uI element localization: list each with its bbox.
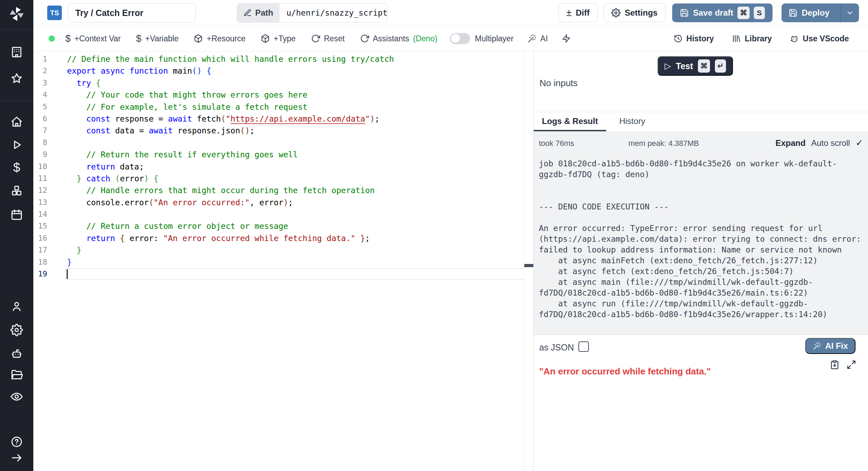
editor-overview-ruler[interactable] <box>524 51 533 471</box>
code-line[interactable]: 19 <box>33 268 524 280</box>
history-clock-icon <box>674 34 683 43</box>
line-number: 10 <box>33 161 55 173</box>
code-line[interactable]: 3 try { <box>33 77 524 89</box>
line-number: 9 <box>33 149 55 160</box>
line-number: 8 <box>33 137 55 149</box>
code-line[interactable]: 1// Define the main function which will … <box>33 53 524 65</box>
add-resource-label: +Resource <box>207 34 245 43</box>
main-area: TS Try / Catch Error Path u/henri/snazzy… <box>33 0 868 471</box>
dollar-icon: $ <box>65 34 71 43</box>
library-books-icon <box>732 34 741 43</box>
copy-clipboard-icon[interactable] <box>830 360 840 370</box>
dollar-icon: $ <box>136 34 142 43</box>
runs-play-icon[interactable] <box>10 139 23 151</box>
library-button[interactable]: Library <box>732 34 772 43</box>
code-line[interactable]: 15 // Return a custom error object or me… <box>33 220 524 232</box>
path-label[interactable]: Path <box>237 3 279 22</box>
multiplayer-label[interactable]: Multiplayer <box>475 34 514 43</box>
resources-cubes-icon[interactable] <box>10 184 23 197</box>
add-type-button[interactable]: +Type <box>261 34 295 43</box>
home-icon[interactable] <box>10 116 23 128</box>
as-json-label: as JSON <box>539 342 574 353</box>
duration-stat: took 76ms <box>539 139 574 148</box>
code-line[interactable]: 14 <box>33 208 524 220</box>
script-title-input[interactable]: Try / Catch Error <box>68 3 196 23</box>
line-number: 18 <box>33 256 55 268</box>
help-icon[interactable] <box>10 436 23 448</box>
variables-dollar-icon[interactable]: $ <box>10 162 23 174</box>
as-json-checkbox[interactable] <box>578 341 589 352</box>
ai-fix-button[interactable]: AI Fix <box>805 338 856 354</box>
history-button[interactable]: History <box>674 34 714 43</box>
code-line[interactable]: 11 } catch (error) { <box>33 173 524 184</box>
line-number: 19 <box>33 268 55 280</box>
script-title-text: Try / Catch Error <box>75 8 143 18</box>
fullscreen-expand-icon[interactable] <box>846 360 856 370</box>
folders-icon[interactable] <box>10 369 23 381</box>
reset-button[interactable]: Reset <box>311 34 345 43</box>
expand-logs-button[interactable]: Expand <box>775 138 806 148</box>
add-resource-button[interactable]: +Resource <box>194 34 245 43</box>
expand-sidebar-arrow-icon[interactable] <box>10 452 23 464</box>
deploy-dropdown-button[interactable] <box>841 3 859 22</box>
assistants-button[interactable]: Assistants (Deno) <box>360 34 437 43</box>
logs-panel: took 76ms mem peak: 4.387MB Expand Auto … <box>534 131 868 335</box>
code-line[interactable]: 17 } <box>33 244 524 256</box>
kbd-command: ⌘ <box>737 7 750 19</box>
favorites-star-icon[interactable] <box>10 72 23 85</box>
code-line[interactable]: 6 const response = await fetch("https://… <box>33 113 524 125</box>
code-line[interactable]: 8 <box>33 137 524 149</box>
users-person-icon[interactable] <box>10 300 23 313</box>
ai-button[interactable]: AI <box>527 34 548 43</box>
play-outline-icon: ▷ <box>665 61 671 71</box>
code-editor[interactable]: 1// Define the main function which will … <box>33 51 524 471</box>
tab-history[interactable]: History <box>606 113 658 130</box>
chevron-down-icon <box>846 9 854 17</box>
code-line[interactable]: 9 // Return the result if everything goe… <box>33 149 524 160</box>
autoscroll-toggle[interactable]: Auto scroll <box>811 138 850 148</box>
path-field[interactable]: Path u/henri/snazzy_script <box>237 3 387 23</box>
schedules-calendar-icon[interactable] <box>10 208 23 221</box>
package-icon <box>194 34 203 43</box>
typescript-badge: TS <box>47 6 62 20</box>
code-line[interactable]: 7 const data = await response.json(); <box>33 125 524 137</box>
path-value-input[interactable]: u/henri/snazzy_script <box>279 3 387 22</box>
no-inputs-text: No inputs <box>540 78 578 89</box>
code-line[interactable]: 2export async function main() { <box>33 65 524 77</box>
text-cursor <box>67 269 68 279</box>
code-line[interactable]: 4 // Your code that might throw errors g… <box>33 89 524 101</box>
multiplayer-text: Multiplayer <box>475 34 514 43</box>
save-icon <box>788 8 798 17</box>
add-variable-button[interactable]: $ +Variable <box>136 34 179 43</box>
settings-gear-icon[interactable] <box>10 324 23 336</box>
code-line[interactable]: 5 // For example, let's simulate a fetch… <box>33 101 524 113</box>
diff-button[interactable]: ± Diff <box>558 3 598 22</box>
code-line[interactable]: 18} <box>33 256 524 268</box>
memory-stat: mem peak: 4.387MB <box>628 139 699 148</box>
line-number: 14 <box>33 208 55 220</box>
code-line[interactable]: 10 return data; <box>33 161 524 173</box>
code-line[interactable]: 12 // Handle errors that might occur dur… <box>33 184 524 196</box>
status-dot <box>49 35 55 42</box>
use-vscode-button[interactable]: Use VScode <box>790 34 849 43</box>
line-number: 2 <box>33 65 55 77</box>
workspace-building-icon[interactable] <box>10 46 23 58</box>
settings-label: Settings <box>625 8 658 18</box>
check-icon[interactable]: ✓ <box>856 138 863 148</box>
line-number: 11 <box>33 173 55 184</box>
windmill-logo-icon[interactable] <box>8 6 25 22</box>
workers-robot-icon[interactable] <box>10 347 23 360</box>
lightning-button[interactable] <box>562 34 571 43</box>
add-context-var-button[interactable]: $ +Context Var <box>65 34 121 43</box>
test-button[interactable]: ▷ Test ⌘ ↵ <box>658 56 733 76</box>
code-line[interactable]: 16 return { error: "An error occurred wh… <box>33 232 524 244</box>
deploy-button[interactable]: Deploy <box>782 3 859 22</box>
octocat-icon <box>790 34 799 43</box>
ai-label: AI <box>540 34 548 43</box>
save-draft-button[interactable]: Save draft ⌘ S <box>672 3 773 22</box>
settings-button[interactable]: Settings <box>603 3 666 22</box>
audit-logs-eye-icon[interactable] <box>10 390 23 403</box>
code-line[interactable]: 13 console.error("An error occurred:", e… <box>33 197 524 208</box>
multiplayer-toggle[interactable] <box>450 33 470 44</box>
tab-logs-result[interactable]: Logs & Result <box>534 113 606 130</box>
